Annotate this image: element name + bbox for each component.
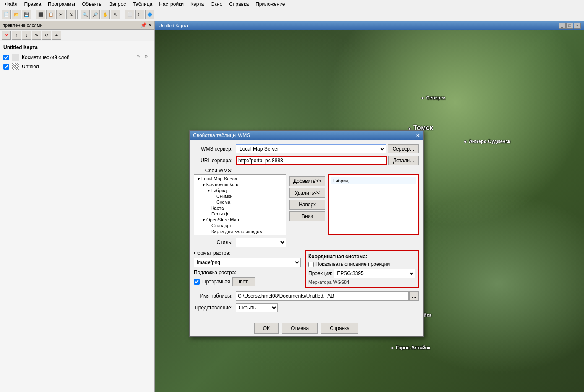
- table-name-input[interactable]: [236, 291, 409, 301]
- projection-select[interactable]: EPSG:3395: [334, 269, 415, 278]
- show-proj-label: Показывать описание проекции: [315, 261, 390, 267]
- style-select[interactable]: [236, 238, 286, 247]
- menu-item-окно[interactable]: Окно: [207, 0, 226, 8]
- wms-selected-panel: Гибрид: [328, 174, 419, 235]
- menu-item-настройки[interactable]: Настройки: [156, 0, 187, 8]
- menu-item-карта[interactable]: Карта: [187, 0, 207, 8]
- tree-item-relief[interactable]: ▼Рельеф: [195, 211, 285, 217]
- wms-tree[interactable]: ▼Local Map Server▼kosmosnimki.ru▼Гибрид▼…: [194, 174, 286, 235]
- up-layer-btn[interactable]: Наверх: [289, 200, 325, 210]
- map-title-bar: Untitled Карта _ □ ×: [155, 21, 584, 30]
- tree-item-schema[interactable]: ▼Схема: [195, 199, 285, 205]
- coord-section-title: Координатная система:: [308, 254, 415, 260]
- menu-item-приложение[interactable]: Приложение: [252, 0, 288, 8]
- add-layer-btn[interactable]: Добавить>>: [289, 176, 325, 186]
- raster-select[interactable]: image/png: [194, 258, 301, 267]
- remove-layer-btn[interactable]: Удалить<<: [289, 188, 325, 198]
- toolbar-b7[interactable]: 🔷: [145, 10, 154, 19]
- table-name-label: Имя таблицы:: [194, 293, 236, 299]
- help-btn[interactable]: Справка: [321, 323, 358, 334]
- wms-server-select[interactable]: Local Map Server: [236, 144, 386, 153]
- wms-server-label: WMS сервер:: [194, 146, 236, 152]
- color-btn[interactable]: Цвет...: [232, 277, 255, 286]
- represent-select[interactable]: Скрыть: [236, 303, 278, 312]
- toolbar-save[interactable]: 💾: [22, 10, 31, 19]
- layer-panel-header: правление слоями 📌 ×: [0, 21, 154, 30]
- style-label: Стиль:: [194, 239, 236, 245]
- map-title-text: Untitled Карта: [159, 23, 188, 28]
- layer-checkbox-cosmetic[interactable]: [3, 55, 9, 60]
- menu-item-правка[interactable]: Правка: [21, 0, 45, 8]
- dialog-footer: ОК Отмена Справка: [190, 320, 423, 336]
- tree-item-bikes[interactable]: ▼Карта для велосипедов: [195, 228, 285, 234]
- tree-item-root[interactable]: ▼Local Map Server: [195, 176, 285, 182]
- layer-add-btn[interactable]: +: [52, 31, 61, 40]
- toolbar-b6[interactable]: ⬡: [135, 10, 144, 19]
- menu-item-справка[interactable]: Справка: [226, 0, 252, 8]
- menu-item-программы[interactable]: Программы: [44, 0, 78, 8]
- transparent-checkbox[interactable]: [194, 279, 200, 285]
- backing-label: Подложка растра:: [194, 270, 301, 275]
- layer-content: Untitled Карта Косметический слой ✎ ⚙ Un…: [0, 41, 154, 392]
- wms-server-row: WMS сервер: Local Map Server Сервер...: [194, 144, 419, 153]
- layer-delete-btn[interactable]: ✕: [2, 31, 11, 40]
- toolbar-open[interactable]: 📂: [12, 10, 21, 19]
- layer-edit-icon-2[interactable]: ⚙: [144, 54, 151, 61]
- layer-refresh-btn[interactable]: ↺: [42, 31, 51, 40]
- menu-item-файл[interactable]: Файл: [2, 0, 21, 8]
- url-row: URL сервера: Детали...: [194, 156, 419, 165]
- layer-icon-cosmetic: [12, 54, 19, 61]
- toolbar-select[interactable]: ↖: [111, 10, 120, 19]
- layer-checkbox-untitled[interactable]: [3, 64, 9, 70]
- layer-edit-icon-1[interactable]: ✎: [137, 54, 143, 61]
- layer-up-btn[interactable]: ↑: [12, 31, 21, 40]
- toolbar-zoom-out[interactable]: 🔎: [91, 10, 100, 19]
- cancel-btn[interactable]: Отмена: [282, 323, 318, 334]
- url-input[interactable]: [236, 156, 387, 165]
- layer-item-cosmetic: Косметический слой ✎ ⚙: [3, 53, 151, 62]
- toolbar-b4[interactable]: 🖨: [66, 10, 76, 19]
- transparent-label: Прозрачная: [202, 279, 230, 285]
- toolbar-b5[interactable]: ⬜: [125, 10, 134, 19]
- toolbar-zoom-in[interactable]: 🔍: [81, 10, 90, 19]
- map-maximize-btn[interactable]: □: [566, 23, 573, 29]
- show-proj-checkbox[interactable]: [308, 262, 314, 267]
- menu-item-таблица[interactable]: Таблица: [129, 0, 156, 8]
- map-minimize-btn[interactable]: _: [559, 23, 566, 29]
- down-layer-btn[interactable]: Вниз: [289, 211, 325, 221]
- ok-btn[interactable]: ОК: [254, 323, 279, 334]
- menu-bar: const menuData = JSON.parse(document.get…: [0, 0, 584, 8]
- bottom-section: Формат растра: image/png Подложка растра…: [194, 250, 419, 288]
- toolbar-b1[interactable]: ⬛: [36, 10, 45, 19]
- pin-icon[interactable]: 📌: [141, 22, 147, 28]
- layer-edit-btn[interactable]: ✎: [32, 31, 41, 40]
- toolbar-b2[interactable]: 📋: [46, 10, 55, 19]
- wms-selected-item-hybrid[interactable]: Гибрид: [331, 177, 416, 184]
- details-btn[interactable]: Детали...: [388, 156, 419, 165]
- dialog-title-bar: Свойства таблицы WMS ×: [190, 131, 423, 140]
- map-close-btn[interactable]: ×: [574, 23, 581, 29]
- layer-panel-close-btn[interactable]: ×: [149, 22, 152, 28]
- toolbar-pan[interactable]: ✋: [101, 10, 110, 19]
- tree-item-hybrid[interactable]: ▼Гибрид: [195, 187, 285, 193]
- table-name-row: Имя таблицы: ...: [194, 291, 419, 301]
- toolbar-new[interactable]: 📄: [2, 10, 11, 19]
- city-dot-seversk: [421, 97, 424, 99]
- city-gorno-altaysk: Горно-Алтайск: [391, 345, 430, 350]
- toolbar-b3[interactable]: ✂: [56, 10, 65, 19]
- layer-name-untitled: Untitled: [22, 64, 39, 70]
- tree-item-snimki[interactable]: ▼Снимки: [195, 193, 285, 199]
- menu-item-объекты[interactable]: Объекты: [78, 0, 106, 8]
- menu-item-запрос[interactable]: Запрос: [106, 0, 129, 8]
- dialog-close-btn[interactable]: ×: [416, 132, 420, 138]
- tree-item-kosmo[interactable]: ▼kosmosnimki.ru: [195, 182, 285, 187]
- server-btn[interactable]: Сервер...: [388, 144, 419, 153]
- tree-item-osm[interactable]: ▼OpenStreetMap: [195, 217, 285, 223]
- tree-item-karta[interactable]: ▼Карта: [195, 205, 285, 211]
- layers-label-row: Слои WMS:: [194, 168, 419, 174]
- layer-down-btn[interactable]: ↓: [22, 31, 31, 40]
- transparent-row: Прозрачная Цвет...: [194, 277, 301, 286]
- browse-btn[interactable]: ...: [409, 291, 419, 301]
- tree-item-standart[interactable]: ▼Стандарт: [195, 223, 285, 228]
- layer-panel-title: правление слоями: [3, 23, 43, 28]
